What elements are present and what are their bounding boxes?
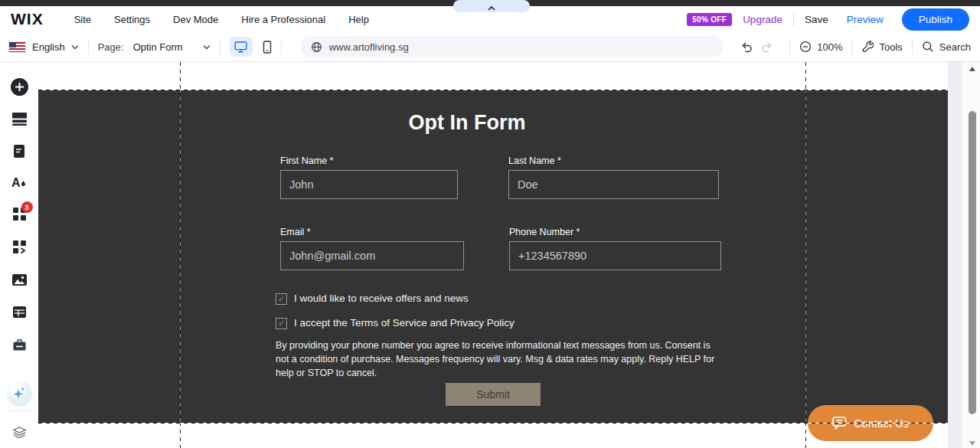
sidebar-item-installed-apps[interactable]: [0, 240, 38, 253]
divider: [912, 39, 913, 54]
editor-sidebar: A 3: [0, 62, 38, 448]
tools-label: Tools: [879, 41, 902, 53]
chevron-down-icon[interactable]: [203, 44, 211, 50]
editor-canvas: Opt In Form First Name * Last Name * Ema…: [38, 62, 948, 448]
menu-settings[interactable]: Settings: [114, 14, 150, 25]
wrench-icon: [861, 41, 874, 53]
divider: [281, 39, 282, 54]
menu-site[interactable]: Site: [74, 14, 91, 25]
preview-button[interactable]: Preview: [847, 14, 884, 25]
canvas-gutter: [948, 62, 980, 448]
site-url: www.artofliving.sg: [329, 41, 409, 53]
add-elements-icon: [10, 77, 29, 96]
sidebar-item-media[interactable]: [0, 274, 38, 286]
zoom-out-icon: [799, 41, 812, 53]
phone-icon: [263, 41, 272, 54]
terms-checkbox-label: I accept the Terms of Service and Privac…: [294, 317, 514, 329]
sidebar-item-cms[interactable]: [0, 306, 38, 318]
redo-icon: [760, 41, 773, 53]
phone-label: Phone Number *: [509, 227, 580, 237]
zoom-control[interactable]: 100%: [799, 41, 842, 53]
sms-disclaimer: By providing your phone number you agree…: [276, 339, 721, 380]
offers-checkbox-label: I would like to receive offers and news: [294, 293, 469, 304]
page-label: Page:: [98, 41, 124, 53]
publish-button[interactable]: Publish: [902, 8, 969, 31]
page-selector[interactable]: Optin Form: [133, 41, 183, 53]
svg-text:A: A: [11, 176, 21, 189]
sidebar-item-add-elements[interactable]: [0, 77, 38, 96]
menu-hire-professional[interactable]: Hire a Professional: [241, 14, 325, 25]
mobile-view-toggle[interactable]: [263, 41, 272, 54]
tools-menu[interactable]: Tools: [861, 41, 902, 53]
scroll-down-arrow[interactable]: [969, 441, 975, 446]
notification-badge: 3: [21, 201, 33, 213]
last-name-label: Last Name *: [508, 155, 561, 166]
submit-button[interactable]: Submit: [446, 383, 541, 406]
form-title[interactable]: Opt In Form: [276, 111, 658, 135]
language-selector[interactable]: English: [32, 41, 65, 53]
monitor-icon: [234, 41, 247, 54]
last-name-input[interactable]: [508, 170, 719, 199]
zoom-level: 100%: [817, 41, 842, 53]
divider: [220, 39, 220, 54]
divider: [88, 39, 89, 54]
page-guide-left: [180, 62, 181, 448]
installed-apps-icon: [13, 240, 26, 253]
site-url-bar[interactable]: www.artofliving.sg: [300, 36, 724, 57]
search-icon: [922, 41, 934, 53]
undo-button[interactable]: [740, 41, 753, 53]
ai-sparkles-icon: [8, 381, 31, 405]
sidebar-item-add-section[interactable]: [0, 113, 38, 126]
media-icon: [12, 274, 27, 286]
collapse-handle[interactable]: [453, 0, 530, 12]
desktop-view-toggle[interactable]: [230, 37, 253, 57]
sidebar-item-business[interactable]: [0, 338, 38, 351]
upgrade-link[interactable]: Upgrade: [743, 14, 782, 25]
pages-icon: [14, 145, 24, 158]
sidebar-item-layers[interactable]: [0, 427, 38, 439]
main-menu: Site Settings Dev Mode Hire a Profession…: [74, 14, 369, 25]
us-flag-icon: [9, 42, 25, 52]
sidebar-item-pages[interactable]: [0, 145, 38, 158]
undo-icon: [740, 41, 753, 53]
wix-logo[interactable]: WIX: [11, 10, 44, 28]
terms-checkbox[interactable]: ✓: [276, 318, 287, 329]
wix-editor-window: WIX Site Settings Dev Mode Hire a Profes…: [0, 0, 980, 448]
site-design-icon: A: [11, 175, 27, 189]
menu-dev-mode[interactable]: Dev Mode: [173, 14, 218, 25]
cms-icon: [13, 306, 26, 318]
first-name-input[interactable]: [280, 170, 458, 199]
globe-icon: [311, 41, 322, 53]
first-name-label: First Name *: [280, 155, 333, 166]
sidebar-item-ai-tools[interactable]: [0, 381, 38, 405]
vertical-scrollbar[interactable]: [969, 111, 976, 414]
sidebar-item-site-design[interactable]: A: [0, 175, 38, 189]
chevron-up-icon: [488, 6, 495, 11]
add-section-icon: [12, 113, 27, 126]
email-label: Email *: [280, 227, 311, 237]
save-button[interactable]: Save: [805, 14, 828, 25]
scroll-up-arrow[interactable]: [969, 67, 975, 71]
phone-input[interactable]: [509, 241, 721, 270]
editor-toolbar: English Page: Optin Form: [0, 32, 980, 62]
divider: [789, 39, 790, 54]
section-boundary-bottom[interactable]: [38, 423, 948, 423]
page-guide-right: [805, 62, 806, 448]
briefcase-icon: [13, 338, 26, 351]
divider: [793, 13, 794, 26]
search-label: Search: [939, 41, 971, 53]
chevron-down-icon[interactable]: [71, 44, 79, 50]
redo-button[interactable]: [760, 41, 773, 53]
menu-help[interactable]: Help: [348, 14, 369, 25]
layers-icon: [13, 427, 26, 439]
email-input[interactable]: [280, 241, 464, 270]
sidebar-divider: [7, 410, 31, 411]
sidebar-item-app-market[interactable]: 3: [0, 208, 38, 221]
divider: [851, 39, 852, 54]
section-boundary-top[interactable]: [38, 90, 948, 90]
discount-badge: 50% OFF: [687, 13, 732, 26]
offers-checkbox[interactable]: ✓: [276, 293, 287, 305]
search-button[interactable]: Search: [922, 41, 971, 53]
